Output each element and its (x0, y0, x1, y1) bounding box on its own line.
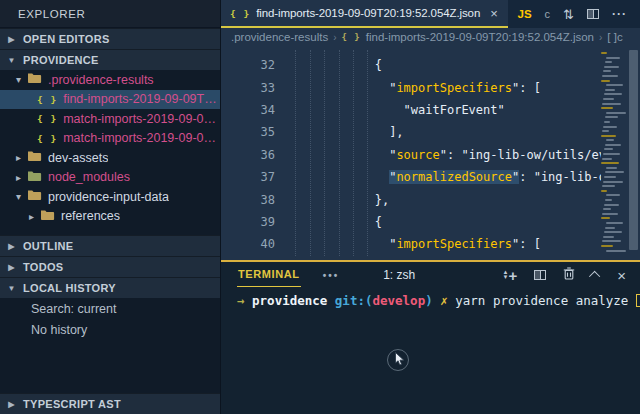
tab-find-imports-json[interactable]: { } find-imports-2019-09-09T20:19:52.054… (221, 0, 508, 28)
tab-bar: { } find-imports-2019-09-09T20:19:52.054… (221, 0, 640, 28)
split-editor-icon[interactable] (587, 9, 599, 19)
tree-item-label: references (61, 209, 120, 223)
code-text: ], (288, 125, 404, 139)
editor-area: { } find-imports-2019-09-09T20:19:52.054… (221, 0, 640, 414)
json-file-icon: { } (37, 113, 57, 124)
c-language-icon[interactable]: c (545, 8, 551, 20)
minimap[interactable] (601, 48, 627, 258)
breadcrumb-item[interactable]: find-imports-2019-09-09T20:19:52.054Z.js… (366, 31, 594, 43)
tree-item-references[interactable]: ▸references (0, 207, 220, 227)
code-line[interactable]: 33 "importSpecifiers": [ (221, 76, 640, 98)
line-number: 35 (221, 125, 275, 139)
minimap-line (601, 107, 613, 109)
minimap-line (602, 185, 615, 187)
code-text: "source": "ing-lib-ow/utils/eve (288, 148, 613, 162)
terminal-panel: TERMINAL ••• 1: zsh ▲▼ + × → providence … (221, 260, 640, 414)
code-line[interactable]: 38 }, (221, 188, 640, 210)
tree-item-providence-input-data[interactable]: ▾providence-input-data (0, 187, 220, 207)
minimap-line (605, 116, 618, 118)
code-line[interactable]: 34 "waitForEvent" (221, 99, 640, 121)
tree-item-node-modules[interactable]: ▸node_modules (0, 168, 220, 188)
new-terminal-icon[interactable]: + (508, 268, 517, 283)
line-number: 37 (221, 170, 275, 184)
prompt-segment: ✗ (433, 293, 456, 308)
tree-item-dev-assets[interactable]: ▸dev-assets (0, 148, 220, 168)
more-actions-icon[interactable]: ··· (612, 7, 627, 21)
code-line[interactable]: 32 { (221, 54, 640, 76)
minimap-line (603, 236, 614, 238)
minimap-line (604, 204, 619, 206)
chevron-down-icon: ▼ (7, 284, 16, 293)
section-todos[interactable]: ▶TODOS (0, 256, 220, 277)
section-providence[interactable]: ▼PROVIDENCE (0, 49, 220, 70)
tree-item-match-imports-2019-09-09t[interactable]: { }match-imports-2019-09-09T... (0, 109, 220, 129)
close-panel-icon[interactable]: × (617, 268, 626, 283)
split-terminal-icon[interactable] (534, 270, 546, 280)
tab-terminal[interactable]: TERMINAL (237, 263, 301, 287)
sidebar-spacer (0, 226, 220, 235)
minimap-line (603, 181, 623, 183)
line-number: 40 (221, 237, 275, 251)
code-line[interactable]: 39 { (221, 211, 640, 233)
section-local-history[interactable]: ▼LOCAL HISTORY (0, 277, 220, 298)
breadcrumb: .providence-results›{ }find-imports-2019… (221, 28, 640, 46)
minimap-line (601, 217, 610, 219)
section-open-editors[interactable]: ▶OPEN EDITORS (0, 28, 220, 49)
tree-item-match-imports-2019-09-09t[interactable]: { }match-imports-2019-09-09T... (0, 129, 220, 149)
code-line[interactable]: 40 "importSpecifiers": [ (221, 233, 640, 255)
code-content: 32 {33 "importSpecifiers": [34 "waitForE… (221, 46, 640, 260)
history-item-no-history: No history (0, 319, 220, 340)
minimap-line (604, 121, 610, 123)
panel-actions: + × (508, 266, 626, 284)
minimap-line (605, 144, 621, 146)
minimap-line (601, 190, 607, 192)
terminal-output[interactable]: → providence git:(develop) ✗ yarn provid… (221, 288, 640, 308)
breadcrumb-item[interactable]: .providence-results (231, 31, 328, 43)
section-typescript-ast[interactable]: ▶TYPESCRIPT AST (0, 393, 220, 414)
tree-item-find-imports-2019-09-09t20[interactable]: { }find-imports-2019-09-09T20... (0, 90, 220, 110)
chevron-down-icon: ▼ (7, 56, 16, 65)
minimap-line (601, 135, 616, 137)
breadcrumb-separator-icon: › (333, 32, 336, 43)
minimap-line (606, 57, 620, 59)
code-line[interactable]: 36 "source": "ing-lib-ow/utils/eve (221, 144, 640, 166)
code-text: "importSpecifiers": [ (288, 237, 541, 251)
minimap-line (604, 231, 622, 233)
compare-changes-icon[interactable]: ⇅ (563, 7, 574, 22)
folder-icon (27, 72, 42, 87)
minimap-line (606, 222, 623, 224)
mouse-cursor-icon (394, 352, 406, 370)
maximize-panel-icon[interactable] (589, 271, 600, 282)
js-language-icon[interactable]: JS (518, 8, 532, 20)
code-editor[interactable]: 32 {33 "importSpecifiers": [34 "waitForE… (221, 46, 640, 260)
minimap-line (606, 84, 623, 86)
tree-item-label: match-imports-2019-09-09T... (63, 112, 220, 126)
line-number: 39 (221, 215, 275, 229)
minimap-line (602, 130, 609, 132)
terminal-cursor (636, 294, 640, 307)
code-text: "normalizedSource": "ing-lib-ow (288, 170, 613, 184)
section-label: OUTLINE (23, 240, 73, 252)
panel-more-icon[interactable]: ••• (323, 270, 340, 281)
line-number: 33 (221, 81, 275, 95)
section-outline[interactable]: ▶OUTLINE (0, 235, 220, 256)
kill-terminal-icon[interactable] (563, 266, 575, 284)
folder-icon (27, 189, 42, 204)
editor-scrollbar[interactable] (629, 50, 638, 250)
breadcrumb-item[interactable]: [ ]c (607, 31, 622, 43)
minimap-line (603, 126, 617, 128)
tab-close-icon[interactable]: × (490, 6, 498, 21)
json-file-icon: { } (230, 8, 250, 19)
code-line[interactable]: 37 "normalizedSource": "ing-lib-ow (221, 166, 640, 188)
sidebar-stack: ▶OPEN EDITORS▼PROVIDENCE▾.providence-res… (0, 28, 220, 414)
code-line[interactable]: 35 ], (221, 121, 640, 143)
folder-icon (27, 150, 42, 165)
minimap-line (602, 103, 621, 105)
tree-item-providence-results[interactable]: ▾.providence-results (0, 70, 220, 90)
minimap-line (601, 52, 607, 54)
tree-item-label: find-imports-2019-09-09T20... (63, 92, 220, 106)
tab-title: find-imports-2019-09-09T20:19:52.054Z.js… (256, 7, 480, 19)
prompt-segment: ) (425, 293, 433, 308)
shell-select[interactable]: 1: zsh ▲▼ (383, 268, 508, 282)
prompt-segment: develop (372, 293, 425, 308)
